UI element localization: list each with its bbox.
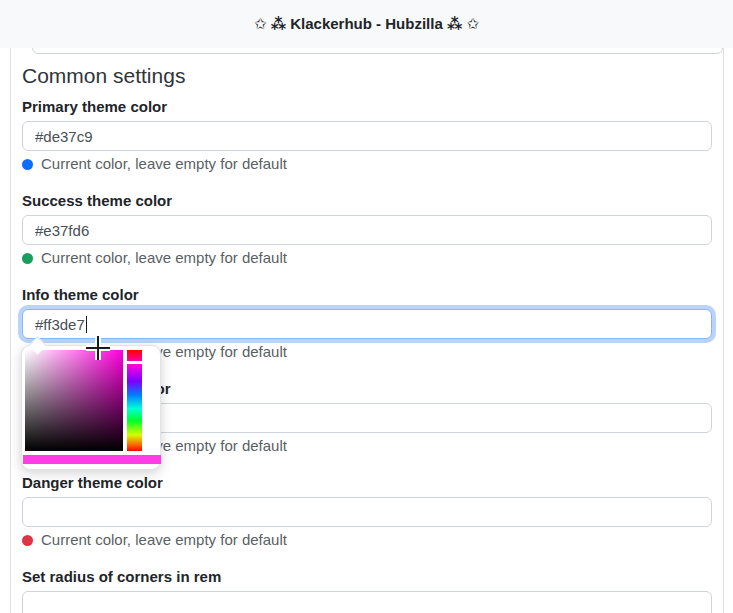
info-theme-color-label: Info theme color xyxy=(22,287,712,303)
corner-radius-group: Set radius of corners in rem xyxy=(22,569,712,613)
hue-slider-handle[interactable] xyxy=(127,361,142,364)
primary-help-text: Current color, leave empty for default xyxy=(41,156,287,172)
corner-radius-label: Set radius of corners in rem xyxy=(22,569,712,585)
current-color-bar[interactable] xyxy=(23,455,161,464)
text-caret xyxy=(86,316,87,333)
danger-theme-color-label: Danger theme color xyxy=(22,475,712,491)
success-color-dot xyxy=(22,253,33,264)
danger-theme-color-group: Danger theme color Current color, leave … xyxy=(22,475,712,548)
hue-slider[interactable] xyxy=(127,350,142,451)
primary-color-dot xyxy=(22,159,33,170)
crosshair-cursor-icon xyxy=(85,335,111,361)
danger-color-dot xyxy=(22,535,33,546)
primary-theme-color-input[interactable] xyxy=(22,121,712,151)
corner-radius-input[interactable] xyxy=(22,591,712,613)
success-help-line: Current color, leave empty for default xyxy=(22,250,712,266)
app-title: ✩ ⁂ Klackerhub - Hubzilla ⁂ ✩ xyxy=(254,15,479,33)
danger-theme-color-input[interactable] xyxy=(22,497,712,527)
settings-panel: Common settings Primary theme color Curr… xyxy=(10,0,724,613)
info-input-value: #ff3de7 xyxy=(35,316,85,333)
success-theme-color-label: Success theme color xyxy=(22,193,712,209)
success-theme-color-input[interactable] xyxy=(22,215,712,245)
primary-theme-color-group: Primary theme color Current color, leave… xyxy=(22,99,712,172)
primary-theme-color-label: Primary theme color xyxy=(22,99,712,115)
app-header: ✩ ⁂ Klackerhub - Hubzilla ⁂ ✩ xyxy=(0,0,733,48)
color-picker-popup xyxy=(21,345,161,470)
section-title: Common settings xyxy=(22,64,712,88)
success-theme-color-group: Success theme color Current color, leave… xyxy=(22,193,712,266)
saturation-value-square[interactable] xyxy=(25,350,123,451)
success-help-text: Current color, leave empty for default xyxy=(41,250,287,266)
danger-help-text: Current color, leave empty for default xyxy=(41,532,287,548)
danger-help-line: Current color, leave empty for default xyxy=(22,532,712,548)
info-theme-color-input[interactable]: #ff3de7 xyxy=(22,309,712,339)
primary-help-line: Current color, leave empty for default xyxy=(22,156,712,172)
